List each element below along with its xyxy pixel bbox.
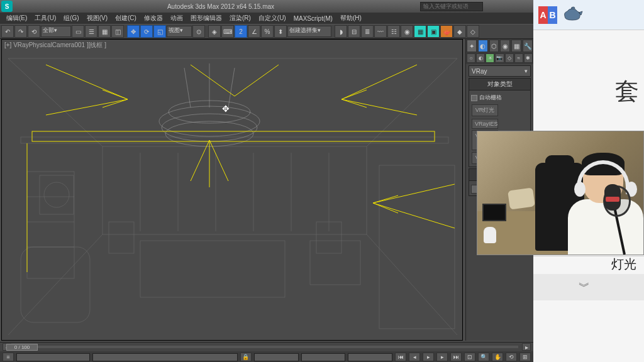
undo-icon[interactable]: ↶ <box>1 25 14 38</box>
render-icon[interactable]: 🫖 <box>440 25 453 38</box>
tutorial-icon-row: A B <box>533 0 644 30</box>
time-slider[interactable]: ◂ 0 / 100 ▸ <box>0 343 533 351</box>
select-region-icon[interactable]: ▦ <box>98 25 111 38</box>
chevron-down-icon[interactable]: ︾ <box>579 279 587 294</box>
curve-editor-icon[interactable]: 〰 <box>374 25 387 38</box>
orbit-icon[interactable]: ⟲ <box>506 353 517 361</box>
link-icon[interactable]: ⟲ <box>28 25 40 38</box>
sub-shapes-icon[interactable]: ◐ <box>476 53 485 63</box>
select-icon[interactable]: ▭ <box>72 25 84 38</box>
sub-cameras-icon[interactable]: 📷 <box>495 53 504 63</box>
lock-icon[interactable]: 🔒 <box>240 353 252 361</box>
svg-point-29 <box>162 114 257 141</box>
webcam-overlay <box>477 131 644 255</box>
menu-customize[interactable]: 自定义(U) <box>255 14 290 23</box>
play-next-icon[interactable]: ▸ <box>436 353 448 361</box>
tab-modify-icon[interactable]: ◐ <box>478 40 488 52</box>
scale-icon[interactable]: ◱ <box>153 25 166 38</box>
menu-maxscript[interactable]: MAXScript(M) <box>290 15 336 22</box>
spinner-icon[interactable]: ⬍ <box>274 25 287 38</box>
coord-y-input[interactable] <box>301 353 346 361</box>
redo-icon[interactable]: ↷ <box>14 25 27 38</box>
tab-utilities-icon[interactable]: 🔧 <box>523 40 533 52</box>
menu-views[interactable]: 视图(V) <box>83 14 111 23</box>
rollout-object-type-header[interactable]: 对象类型 <box>469 78 531 90</box>
renderer-dropdown[interactable]: VRay▾ <box>469 65 531 77</box>
ab-compare-icon[interactable]: A B <box>538 6 557 24</box>
app-icon[interactable]: S <box>1 1 13 12</box>
sub-helpers-icon[interactable]: ◇ <box>505 53 514 63</box>
render-frame-icon[interactable]: ▣ <box>427 25 440 38</box>
schematic-icon[interactable]: ☷ <box>387 25 400 38</box>
pivot-icon[interactable]: ⊙ <box>192 25 205 38</box>
pan-icon[interactable]: ✋ <box>492 353 503 361</box>
script-listener-icon[interactable]: ≡ <box>3 353 14 361</box>
snap-percent-icon[interactable]: % <box>261 25 274 38</box>
svg-line-4 <box>8 234 103 335</box>
mirror-icon[interactable]: ◗ <box>335 25 347 38</box>
play-start-icon[interactable]: ⏮ <box>395 353 406 361</box>
select-name-icon[interactable]: ☰ <box>85 25 97 38</box>
svg-rect-19 <box>379 165 455 329</box>
viewport-canvas[interactable]: ✥ <box>2 40 462 340</box>
refcoord-dropdown[interactable]: 视图▾ <box>167 26 192 37</box>
layers-icon[interactable]: ≣ <box>361 25 374 38</box>
sub-geometry-icon[interactable]: ○ <box>467 53 475 63</box>
menu-create[interactable]: 创建(C) <box>111 14 140 23</box>
manip-icon[interactable]: ◈ <box>208 25 221 38</box>
snap-angle-icon[interactable]: ∠ <box>248 25 260 38</box>
sub-lights-icon[interactable]: ☀ <box>486 53 494 63</box>
named-selection-dropdown[interactable]: 创建选择集▾ <box>287 26 331 37</box>
svg-rect-22 <box>27 172 74 278</box>
window-crossing-icon[interactable]: ◫ <box>111 25 124 38</box>
maximize-viewport-icon[interactable]: ⊞ <box>519 353 531 361</box>
menu-rendering[interactable]: 渲染(R) <box>226 14 255 23</box>
vraylight-button[interactable]: VR灯光 <box>472 104 498 116</box>
move-icon[interactable]: ✥ <box>127 25 140 38</box>
svg-rect-20 <box>109 222 134 253</box>
timeline: ◂ 0 / 100 ▸ ≡ 🔒 ⏮ ◂ ▸ ▸ ⏭ ⊡ 🔍 ✋ ⟲ ⊞ <box>0 342 533 362</box>
rotate-icon[interactable]: ⟳ <box>140 25 153 38</box>
render-setup-icon[interactable]: ▦ <box>414 25 426 38</box>
autogrid-checkbox[interactable]: 自动栅格 <box>471 92 528 103</box>
vrayies-button[interactable]: VRayIES <box>472 119 498 129</box>
tab-create-icon[interactable]: ✦ <box>467 40 477 52</box>
tab-display-icon[interactable]: ▦ <box>511 40 521 52</box>
sub-spacewarps-icon[interactable]: ≈ <box>514 53 523 63</box>
timeline-next-icon[interactable]: ▸ <box>522 343 531 351</box>
maxscript-input[interactable] <box>92 353 238 361</box>
zoom-extents-icon[interactable]: ⊡ <box>464 353 475 361</box>
tab-hierarchy-icon[interactable]: ⬡ <box>489 40 499 52</box>
menu-edit[interactable]: 编辑(E) <box>3 14 31 23</box>
material-editor-icon[interactable]: ◉ <box>401 25 413 38</box>
search-input[interactable] <box>420 2 483 11</box>
snap-2d-icon[interactable]: 2 <box>235 25 247 38</box>
time-slider-handle[interactable]: 0 / 100 <box>6 344 38 351</box>
play-prev-icon[interactable]: ◂ <box>409 353 420 361</box>
zoom-icon[interactable]: 🔍 <box>478 353 489 361</box>
align-icon[interactable]: ⊟ <box>348 25 360 38</box>
viewport[interactable]: [+] VRayPhysicalCamera001 ][线框 ] <box>1 39 463 341</box>
play-icon[interactable]: ▸ <box>423 353 434 361</box>
sub-systems-icon[interactable]: ✱ <box>524 53 533 63</box>
viewport-label[interactable]: [+] VRayPhysicalCamera001 ][线框 ] <box>4 41 106 50</box>
menu-group[interactable]: 组(G) <box>60 14 82 23</box>
keyboard-icon[interactable]: ⌨ <box>221 25 234 38</box>
extra-tool-1-icon[interactable]: ◆ <box>453 25 466 38</box>
menu-animation[interactable]: 动画 <box>167 14 187 23</box>
menu-grapheditors[interactable]: 图形编辑器 <box>187 14 226 23</box>
menu-help[interactable]: 帮助(H) <box>336 14 365 23</box>
menu-tools[interactable]: 工具(U) <box>31 14 60 23</box>
extra-tool-2-icon[interactable]: ◇ <box>467 25 479 38</box>
status-prompt-input[interactable] <box>16 353 90 361</box>
kettle-shape <box>484 227 496 243</box>
selection-filter-dropdown[interactable]: 全部▾ <box>41 26 71 37</box>
svg-rect-17 <box>140 241 285 297</box>
menu-modifiers[interactable]: 修改器 <box>140 14 167 23</box>
svg-line-1 <box>8 58 103 146</box>
teapot-icon[interactable] <box>561 6 584 24</box>
coord-z-input[interactable] <box>348 353 392 361</box>
tab-motion-icon[interactable]: ◉ <box>500 40 510 52</box>
play-end-icon[interactable]: ⏭ <box>450 353 462 361</box>
coord-x-input[interactable] <box>254 353 299 361</box>
